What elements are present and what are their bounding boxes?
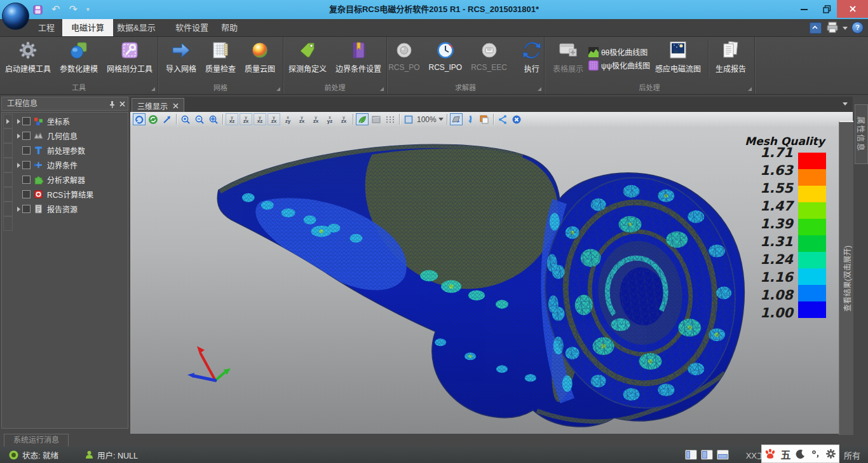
qat-dropdown-icon[interactable]: ▾ bbox=[86, 4, 90, 15]
quality-check-button[interactable]: 质量检查 bbox=[201, 38, 240, 74]
tab-close-icon[interactable] bbox=[173, 103, 179, 109]
results-dock-strip[interactable]: 查看结果(双击展开) bbox=[839, 121, 853, 435]
tree-checkbox[interactable] bbox=[22, 146, 31, 155]
tab-data-display[interactable]: 数据&显示 bbox=[108, 19, 165, 36]
redo-icon[interactable]: ↷ bbox=[69, 4, 77, 15]
probe-angle-button[interactable]: 探测角定义 bbox=[285, 38, 330, 74]
tree-item-coordinate-system[interactable]: 坐标系 bbox=[15, 114, 70, 128]
print-dropdown-icon[interactable] bbox=[843, 27, 848, 30]
theta-curve-button[interactable]: θθ极化曲线图 bbox=[588, 46, 650, 57]
zoom-out-button[interactable] bbox=[193, 113, 206, 125]
tab-project[interactable]: 工程 bbox=[29, 19, 64, 36]
execute-button[interactable]: 执行 bbox=[517, 38, 546, 74]
view-iso2-button[interactable]: xyz bbox=[323, 113, 336, 125]
expander-icon[interactable] bbox=[17, 207, 20, 212]
mesh-partition-tool-button[interactable]: 网格剖分工具 bbox=[103, 38, 156, 74]
help-button[interactable]: ? bbox=[851, 22, 864, 34]
copy-view-button[interactable] bbox=[478, 113, 491, 125]
zoom-level-select[interactable]: 100% bbox=[416, 115, 445, 124]
points-view-button[interactable] bbox=[384, 113, 397, 125]
group-launcher-preprocess[interactable] bbox=[380, 87, 384, 91]
boundary-settings-button[interactable]: 边界条件设置 bbox=[332, 38, 385, 74]
tab-settings[interactable]: 软件设置 bbox=[166, 19, 217, 36]
tree-item-report-resources[interactable]: 报告资源 bbox=[15, 202, 78, 216]
induced-current-button[interactable]: 感应电磁流图 bbox=[651, 38, 705, 74]
zoom-in-button[interactable] bbox=[179, 113, 192, 125]
quality-contour-button[interactable]: 质量云图 bbox=[241, 38, 279, 74]
tree-item-rcs-results[interactable]: RCS计算结果 bbox=[15, 187, 93, 202]
tree-checkbox[interactable] bbox=[22, 176, 31, 184]
ime-settings-gear-icon[interactable] bbox=[825, 448, 836, 459]
scale-button[interactable] bbox=[402, 113, 415, 125]
view-front-button[interactable]: yxz bbox=[226, 113, 238, 125]
tree-item-preprocess-params[interactable]: 前处理参数 bbox=[15, 143, 85, 158]
panel-close-icon[interactable] bbox=[119, 101, 125, 107]
table-display-button: 表格展示 bbox=[549, 38, 587, 74]
launch-modeler-button[interactable]: 启动建模工具 bbox=[1, 38, 55, 74]
tab-help[interactable]: 帮助 bbox=[212, 19, 247, 36]
orbit-button[interactable] bbox=[147, 113, 159, 125]
expander-icon[interactable] bbox=[17, 134, 20, 139]
property-info-tab[interactable]: 属性信息 bbox=[855, 104, 868, 164]
tree-gutter-cell[interactable] bbox=[3, 114, 13, 128]
tree-checkbox[interactable] bbox=[22, 161, 31, 169]
layout-bottom-panel-button[interactable] bbox=[717, 450, 729, 460]
viewport-canvas[interactable] bbox=[130, 127, 839, 434]
group-launcher-solver[interactable] bbox=[538, 87, 541, 91]
tree-checkbox[interactable] bbox=[22, 132, 31, 140]
view-iso3-button[interactable]: yzx bbox=[337, 113, 350, 125]
legend-band bbox=[798, 186, 826, 202]
pan-button[interactable] bbox=[161, 113, 173, 125]
tab-list-dropdown-icon[interactable] bbox=[843, 102, 848, 106]
layout-split-panel-button[interactable] bbox=[701, 450, 713, 460]
restore-button[interactable] bbox=[817, 0, 837, 18]
shaded-view-button[interactable] bbox=[356, 113, 369, 125]
pan-arrow-icon bbox=[162, 114, 172, 125]
link-nodes-button[interactable] bbox=[496, 113, 509, 125]
wireframe-view-button[interactable] bbox=[370, 113, 383, 125]
tab-3d-display[interactable]: 三维显示 bbox=[132, 98, 184, 113]
ime-moon-icon[interactable] bbox=[796, 449, 806, 459]
view-bottom-button[interactable]: yzx bbox=[295, 113, 308, 125]
undo-icon[interactable]: ↶ bbox=[51, 4, 60, 15]
group-launcher-mesh[interactable] bbox=[276, 87, 280, 91]
minimize-button[interactable] bbox=[791, 0, 817, 18]
clear-view-button[interactable] bbox=[510, 113, 523, 125]
tab-em-compute[interactable]: 电磁计算 bbox=[62, 19, 113, 36]
pin-icon[interactable] bbox=[109, 100, 116, 108]
expander-icon[interactable] bbox=[17, 119, 20, 124]
rotate-button[interactable] bbox=[133, 113, 146, 125]
import-result-button[interactable] bbox=[464, 113, 477, 125]
view-back-button[interactable]: yzx bbox=[240, 113, 252, 125]
group-launcher-postprocess[interactable] bbox=[748, 87, 752, 91]
tree-item-boundary-conditions[interactable]: 边界条件 bbox=[15, 158, 78, 172]
rcs-ipo-button[interactable]: RCS_IPO bbox=[425, 38, 466, 72]
ribbon-collapse-button[interactable] bbox=[810, 22, 822, 34]
view-top-button[interactable]: xzy bbox=[281, 113, 294, 125]
tree-item-solver[interactable]: 分析求解器 bbox=[15, 172, 85, 187]
close-button[interactable] bbox=[837, 0, 868, 18]
view-iso1-button[interactable]: yzx bbox=[309, 113, 322, 125]
view-left-button[interactable]: yxz bbox=[254, 113, 266, 125]
tree-checkbox[interactable] bbox=[22, 190, 31, 198]
group-launcher-tools[interactable] bbox=[151, 87, 155, 91]
import-mesh-button[interactable]: 导入网格 bbox=[162, 38, 200, 74]
view-right-button[interactable]: yzx bbox=[268, 113, 280, 125]
tree-checkbox[interactable] bbox=[22, 117, 31, 125]
app-logo[interactable] bbox=[2, 3, 29, 30]
ime-mode-wubi[interactable]: 五 bbox=[780, 446, 790, 462]
save-icon[interactable] bbox=[33, 5, 43, 15]
print-preview-icon[interactable] bbox=[826, 21, 840, 34]
psi-curve-button[interactable]: ψψ极化曲线图 bbox=[588, 60, 650, 71]
ime-punctuation-icon[interactable] bbox=[811, 449, 821, 459]
pick-surface-button[interactable] bbox=[450, 113, 463, 125]
generate-report-button[interactable]: 生成报告 bbox=[712, 38, 750, 74]
ime-logo-paw-icon[interactable] bbox=[764, 448, 776, 460]
tree-checkbox[interactable] bbox=[22, 205, 31, 213]
expander-icon[interactable] bbox=[17, 163, 20, 168]
parametric-modeling-button[interactable]: 参数化建模 bbox=[56, 38, 102, 74]
tree-item-geometry-info[interactable]: 几何信息 bbox=[15, 128, 78, 143]
system-messages-tab[interactable]: 系统运行消息 bbox=[4, 434, 69, 447]
layout-left-panel-button[interactable] bbox=[685, 450, 697, 460]
zoom-fit-button[interactable] bbox=[207, 113, 220, 125]
